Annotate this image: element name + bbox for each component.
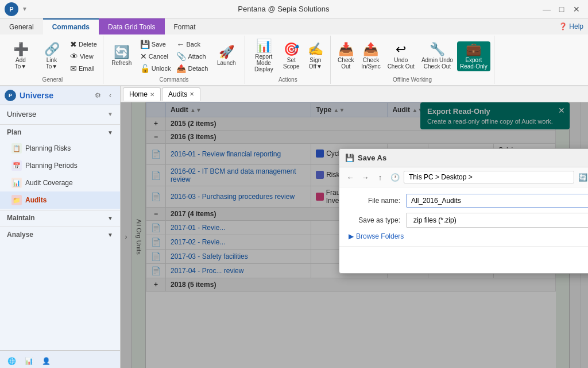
planning-risks-icon: 📋	[11, 143, 22, 154]
link-icon: 🔗	[44, 43, 60, 56]
unlock-button[interactable]: 🔓Unlock	[138, 63, 173, 74]
tab-bar: Home ✕ Audits ✕	[121, 86, 588, 102]
nav-recent-button[interactable]: 🕐	[389, 171, 401, 183]
admin-undo-button[interactable]: 🔧 Admin UndoCheck Out	[419, 41, 456, 71]
sidebar-bottom-icon-3[interactable]: 👤	[39, 354, 53, 368]
close-button[interactable]: ✕	[570, 2, 583, 16]
sidebar-bottom-icon-1[interactable]: 🌐	[5, 354, 18, 368]
ribbon-group-general: ➕ AddTo▼ 🔗 LinkTo▼ ✖Delete 👁View ✉Email …	[2, 36, 103, 84]
plan-arrow-icon: ▼	[107, 129, 113, 136]
browse-folders-label: Browse Folders	[356, 232, 404, 240]
attach-button[interactable]: 📎Attach	[174, 51, 210, 62]
sidebar-plan-label: Plan	[7, 128, 21, 136]
set-scope-button[interactable]: 🎯 SetScope	[280, 41, 303, 71]
maximize-button[interactable]: □	[555, 2, 568, 16]
dialog-path-bar[interactable]: This PC > Desktop >	[404, 171, 574, 183]
tab-format[interactable]: Format	[165, 18, 205, 34]
app-logo: P	[5, 2, 18, 16]
sidebar-header: P Universe ⚙ ‹	[0, 86, 120, 105]
launch-button[interactable]: 🚀 Launch	[211, 44, 241, 68]
tab-audits-close[interactable]: ✕	[189, 91, 194, 97]
planning-risks-label: Planning Risks	[25, 144, 71, 152]
set-scope-icon: 🎯	[284, 43, 299, 56]
tab-audits[interactable]: Audits ✕	[162, 87, 200, 101]
sidebar-item-planning-risks[interactable]: 📋 Planning Risks	[0, 140, 120, 157]
ribbon-group-actions: 📊 ReportModeDisplay 🎯 SetScope ✍ SignOff…	[245, 36, 331, 84]
title-bar-menu-arrow: ▼	[22, 6, 28, 12]
nav-refresh-button[interactable]: 🔄	[577, 171, 588, 183]
tab-home[interactable]: Home ✕	[123, 87, 161, 101]
save-as-type-field: Save as type: zip files (*.zip)	[349, 213, 588, 228]
save-cancel-unlock: 💾Save ✕Cancel 🔓Unlock	[138, 39, 173, 74]
unlock-icon: 🔓	[140, 64, 150, 73]
link-button[interactable]: 🔗 LinkTo▼	[37, 41, 67, 71]
minimize-button[interactable]: —	[540, 2, 554, 16]
audits-label: Audits	[25, 196, 47, 204]
maintain-arrow-icon: ▼	[107, 215, 113, 221]
refresh-button[interactable]: 🔄 Refresh	[107, 44, 137, 68]
sidebar-section-plan[interactable]: Plan ▼	[0, 124, 120, 140]
refresh-icon: 🔄	[114, 46, 129, 59]
sidebar-item-planning-periods[interactable]: 📅 Planning Periods	[0, 157, 120, 174]
general-small-buttons: ✖Delete 👁View ✉Email	[68, 39, 99, 74]
email-button[interactable]: ✉Email	[68, 63, 99, 74]
nav-forward-button[interactable]: →	[359, 171, 372, 183]
sidebar-item-audits[interactable]: 📁 Audits	[0, 191, 120, 209]
analyse-label: Analyse	[7, 231, 33, 239]
detach-button[interactable]: 📤Detach	[174, 63, 210, 74]
sidebar-gear-button[interactable]: ⚙	[92, 90, 103, 101]
sidebar-item-audit-coverage[interactable]: 📊 Audit Coverage	[0, 174, 120, 191]
grid-area: › All Org Units Audit ▲▼ Type ▲▼ Audit ▲…	[121, 102, 588, 368]
dialog-overlay: 💾 Save As ✕ ← → ↑ 🕐 This PC > Desktop >	[121, 102, 588, 368]
sidebar-controls: ⚙ ‹	[92, 90, 115, 101]
sidebar: P Universe ⚙ ‹ Universe ▼ Plan ▼ 📋 Plann…	[0, 86, 121, 368]
tab-commands[interactable]: Commands	[43, 18, 99, 34]
nav-back-button[interactable]: ←	[344, 171, 357, 183]
add-button[interactable]: ➕ AddTo▼	[6, 41, 36, 71]
browse-folders-button[interactable]: ▶ Browse Folders	[349, 232, 588, 240]
export-readonly-button[interactable]: 💼 ExportRead-Only	[457, 41, 490, 71]
sidebar-section-analyse[interactable]: Analyse ▼	[0, 227, 120, 242]
nav-up-button[interactable]: ↑	[374, 171, 386, 183]
cancel-button[interactable]: ✕Cancel	[138, 51, 173, 62]
save-button[interactable]: 💾Save	[138, 39, 173, 50]
delete-button[interactable]: ✖Delete	[68, 39, 99, 50]
save-as-type-select[interactable]: zip files (*.zip)	[406, 213, 588, 228]
add-icon: ➕	[13, 43, 29, 56]
cancel-icon: ✕	[140, 52, 147, 61]
sidebar-collapse-button[interactable]: ‹	[105, 90, 115, 101]
sidebar-item-universe[interactable]: Universe ▼	[0, 105, 120, 123]
view-button[interactable]: 👁View	[68, 51, 99, 62]
dialog-title-icon: 💾	[345, 154, 354, 162]
offline-group-label: Offline Working	[393, 75, 432, 83]
check-out-icon: 📥	[338, 43, 354, 56]
title-bar: P ▼ Pentana @ Sepia Solutions — □ ✕	[0, 0, 588, 18]
check-in-button[interactable]: 📤 CheckIn/Sync	[358, 41, 383, 71]
sign-off-button[interactable]: ✍ SignOff▼	[304, 41, 327, 71]
save-as-dialog: 💾 Save As ✕ ← → ↑ 🕐 This PC > Desktop >	[339, 148, 588, 274]
tab-general[interactable]: General	[0, 18, 43, 34]
sidebar-section-maintain[interactable]: Maintain ▼	[0, 210, 120, 225]
general-buttons: ➕ AddTo▼ 🔗 LinkTo▼ ✖Delete 👁View ✉Email	[5, 37, 100, 75]
launch-icon: 🚀	[219, 46, 234, 59]
undo-checkout-button[interactable]: ↩ UndoCheck Out	[385, 41, 417, 71]
check-out-button[interactable]: 📥 CheckOut	[334, 41, 357, 71]
tab-home-close[interactable]: ✕	[150, 91, 154, 98]
browse-folders-toggle[interactable]: ▶ Browse Folders	[349, 232, 588, 240]
tab-data-grid-tools[interactable]: Data Grid Tools	[99, 18, 164, 34]
filename-input[interactable]	[406, 194, 588, 208]
general-group-label: General	[42, 75, 63, 83]
check-in-icon: 📤	[363, 43, 378, 56]
actions-buttons: 📊 ReportModeDisplay 🎯 SetScope ✍ SignOff…	[247, 37, 328, 75]
dialog-title-label: Save As	[358, 154, 386, 162]
ribbon-group-offline: 📥 CheckOut 📤 CheckIn/Sync ↩ UndoCheck Ou…	[331, 36, 494, 84]
save-as-type-label: Save as type:	[349, 216, 406, 224]
help-button[interactable]: ❓ Help	[559, 22, 583, 30]
actions-group-label: Actions	[278, 75, 297, 83]
back-button[interactable]: ←Back	[174, 39, 210, 50]
sidebar-bottom-icon-2[interactable]: 📊	[22, 354, 36, 368]
report-mode-button[interactable]: 📊 ReportModeDisplay	[249, 38, 278, 74]
detach-icon: 📤	[176, 64, 186, 73]
sidebar-title: P Universe	[5, 90, 53, 101]
back-icon: ←	[176, 40, 184, 49]
